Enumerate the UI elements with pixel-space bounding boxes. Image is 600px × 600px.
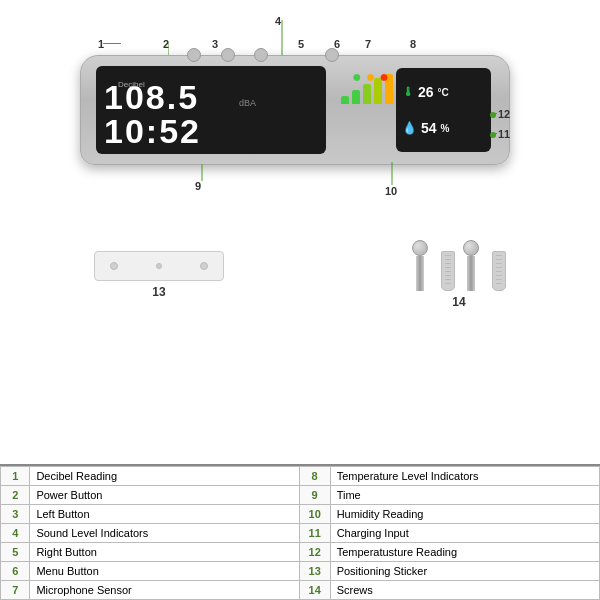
right-panel: 🌡 26 °C 💧 54 %: [396, 68, 491, 152]
screw-head-2: [463, 240, 479, 256]
legend-grid: 1 Decibel Reading 8 Temperature Level In…: [0, 466, 600, 600]
legend-num2-8: 8: [299, 467, 330, 486]
sticker-group: 13: [94, 251, 224, 299]
power-button-indicator: [187, 48, 201, 62]
temp-value: 26: [418, 84, 434, 100]
line-9: [200, 164, 205, 182]
screw-body-1: [416, 256, 424, 291]
line-svg-4: [280, 20, 285, 56]
dba-label: dBA: [239, 98, 256, 108]
legend-label2-14: Screws: [330, 581, 599, 600]
legend-label-7: Microphone Sensor: [30, 581, 299, 600]
screws-items: [412, 240, 506, 291]
legend-num2-13: 13: [299, 562, 330, 581]
legend-row-3: 4 Sound Level Indicators 11 Charging Inp…: [1, 524, 600, 543]
legend-label2-12: Temperatusture Reading: [330, 543, 599, 562]
legend-label-3: Left Button: [30, 505, 299, 524]
label-1: 1: [98, 38, 104, 50]
legend-num-1: 1: [1, 467, 30, 486]
legend-row-0: 1 Decibel Reading 8 Temperature Level In…: [1, 467, 600, 486]
line-11: [491, 133, 497, 134]
legend-num2-14: 14: [299, 581, 330, 600]
screw-head-1: [412, 240, 428, 256]
temp-unit: °C: [438, 87, 449, 98]
label-11: 11: [498, 128, 510, 140]
menu-button-indicator: [325, 48, 339, 62]
label-7: 7: [365, 38, 371, 50]
line-svg-2: [168, 42, 188, 56]
positioning-sticker: [94, 251, 224, 281]
device-body: Decibel 108.5 10:52 dBA ● ● ● 🌡: [80, 55, 510, 165]
legend-num-4: 4: [1, 524, 30, 543]
bar-2: [352, 90, 360, 104]
legend-table: 1 Decibel Reading 8 Temperature Level In…: [0, 464, 600, 600]
legend-row-1: 2 Power Button 9 Time: [1, 486, 600, 505]
screw-item-1: [412, 240, 428, 291]
bar-1: [341, 96, 349, 104]
anchor-2: [492, 251, 506, 291]
screw-item-2: [463, 240, 479, 291]
legend-num-3: 3: [1, 505, 30, 524]
label-10: 10: [385, 185, 397, 197]
legend-label-5: Right Button: [30, 543, 299, 562]
bar-3: [363, 84, 371, 104]
legend-num2-10: 10: [299, 505, 330, 524]
line-1: [103, 43, 121, 44]
sticker-center-dot: [156, 263, 162, 269]
label-8: 8: [410, 38, 416, 50]
legend-num-7: 7: [1, 581, 30, 600]
legend-num2-11: 11: [299, 524, 330, 543]
legend-num-6: 6: [1, 562, 30, 581]
sticker-right-dot: [200, 262, 208, 270]
line-12: [491, 113, 497, 114]
temperature-display: 🌡 26 °C: [402, 84, 485, 100]
legend-num2-12: 12: [299, 543, 330, 562]
sticker-label: 13: [94, 285, 224, 299]
temp-indicators: ● ● ●: [352, 68, 389, 86]
right-button-indicator: [254, 48, 268, 62]
legend-label2-13: Positioning Sticker: [330, 562, 599, 581]
humidity-unit: %: [441, 123, 450, 134]
legend-label2-9: Time: [330, 486, 599, 505]
screws-group: 14: [412, 240, 506, 309]
legend-label2-11: Charging Input: [330, 524, 599, 543]
screw-body-2: [467, 256, 475, 291]
time-display: 10:52: [104, 114, 318, 148]
legend-label-6: Menu Button: [30, 562, 299, 581]
legend-label2-8: Temperature Level Indicators: [330, 467, 599, 486]
humidity-display: 💧 54 %: [402, 120, 485, 136]
sticker-left-dot: [110, 262, 118, 270]
device-screen: Decibel 108.5 10:52 dBA: [96, 66, 326, 154]
legend-row-5: 6 Menu Button 13 Positioning Sticker: [1, 562, 600, 581]
legend-label-4: Sound Level Indicators: [30, 524, 299, 543]
legend-num-2: 2: [1, 486, 30, 505]
legend-row-2: 3 Left Button 10 Humidity Reading: [1, 505, 600, 524]
legend-label2-10: Humidity Reading: [330, 505, 599, 524]
legend-num2-9: 9: [299, 486, 330, 505]
legend-label-1: Decibel Reading: [30, 467, 299, 486]
line-10: [390, 162, 395, 186]
label-12: 12: [498, 108, 510, 120]
anchor-1: [441, 251, 455, 291]
accessories-row: 13 14: [0, 240, 600, 309]
label-5: 5: [298, 38, 304, 50]
legend-row-6: 7 Microphone Sensor 14 Screws: [1, 581, 600, 600]
legend-num-5: 5: [1, 543, 30, 562]
left-button-indicator: [221, 48, 235, 62]
screws-label: 14: [412, 295, 506, 309]
legend-label-2: Power Button: [30, 486, 299, 505]
humidity-value: 54: [421, 120, 437, 136]
device-brand-label: Decibel: [118, 80, 145, 89]
label-3: 3: [212, 38, 218, 50]
diagram-area: 1 2 3 4 5 6 7 8 Decibel 108.5 10:52 dBA: [0, 0, 600, 340]
legend-row-4: 5 Right Button 12 Temperatusture Reading: [1, 543, 600, 562]
